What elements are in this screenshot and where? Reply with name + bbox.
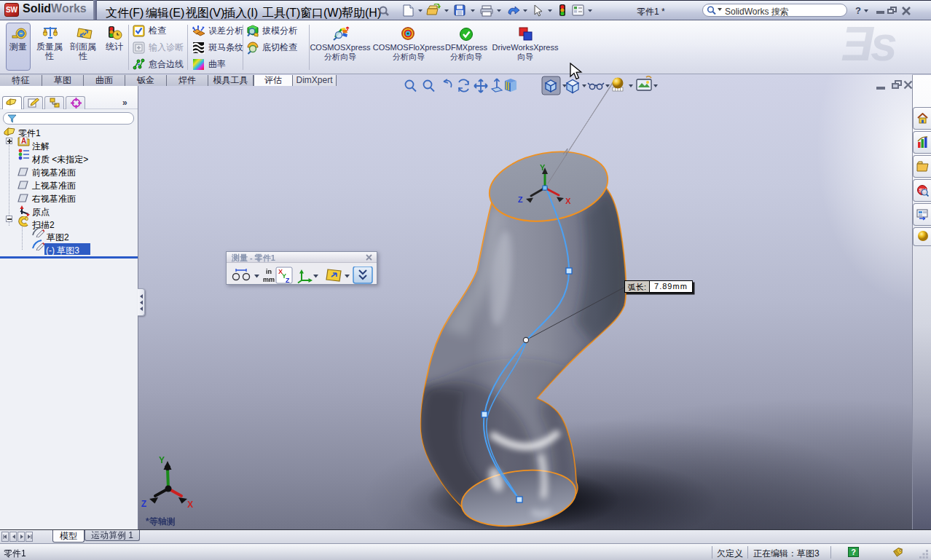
svg-text:A: A	[21, 137, 26, 145]
svg-text:Z: Z	[141, 499, 146, 509]
svg-text:in: in	[266, 268, 272, 275]
svg-text:X: X	[187, 500, 193, 510]
svg-text:*等轴测: *等轴测	[146, 516, 176, 527]
svg-text:Y: Y	[540, 163, 546, 172]
svg-text:mm: mm	[263, 276, 275, 283]
svg-text:Y: Y	[159, 455, 165, 465]
svg-text:Z: Z	[518, 195, 523, 204]
svg-text:X: X	[565, 197, 571, 205]
svg-text:Z: Z	[286, 277, 290, 284]
